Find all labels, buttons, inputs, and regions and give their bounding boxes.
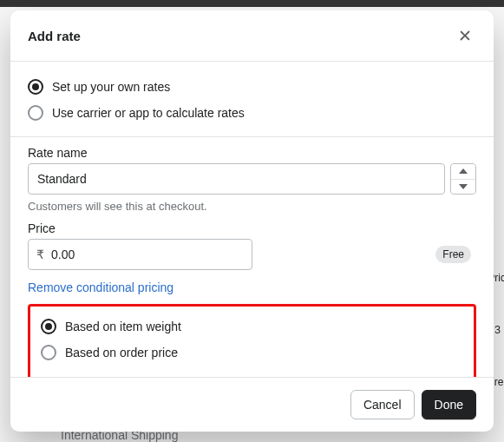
chevron-down-icon bbox=[459, 184, 468, 189]
divider bbox=[10, 136, 494, 137]
currency-symbol: ₹ bbox=[36, 247, 44, 261]
rate-type-carrier-label: Use carrier or app to calculate rates bbox=[52, 106, 245, 120]
remove-conditional-pricing-link[interactable]: Remove conditional pricing bbox=[28, 280, 173, 294]
rate-name-stepper bbox=[450, 163, 476, 195]
rate-type-carrier[interactable]: Use carrier or app to calculate rates bbox=[28, 102, 476, 128]
rate-name-group: Rate name Customers will see this at che… bbox=[28, 146, 476, 213]
rate-type-own-label: Set up your own rates bbox=[52, 80, 170, 94]
radio-icon bbox=[41, 345, 56, 360]
condition-price-label: Based on order price bbox=[65, 346, 178, 360]
chevron-up-icon bbox=[459, 168, 468, 174]
modal-title: Add rate bbox=[28, 29, 81, 43]
top-bar-shadow bbox=[0, 0, 504, 7]
modal-footer: Cancel Done bbox=[10, 377, 494, 432]
condition-weight[interactable]: Based on item weight bbox=[41, 315, 463, 341]
price-label: Price bbox=[28, 221, 476, 235]
price-input[interactable] bbox=[28, 239, 252, 270]
radio-icon bbox=[28, 105, 43, 121]
rate-name-input[interactable] bbox=[28, 163, 445, 195]
rate-name-label: Rate name bbox=[28, 146, 476, 160]
modal-body: Set up your own rates Use carrier or app… bbox=[10, 62, 494, 377]
rate-name-help: Customers will see this at checkout. bbox=[28, 200, 476, 213]
close-icon bbox=[457, 28, 473, 43]
condition-price[interactable]: Based on order price bbox=[41, 341, 463, 367]
radio-icon bbox=[28, 79, 43, 95]
add-rate-modal: Add rate Set up your own rates Use carri… bbox=[10, 10, 494, 432]
close-button[interactable] bbox=[454, 24, 476, 47]
modal-header: Add rate bbox=[10, 10, 494, 61]
done-button[interactable]: Done bbox=[422, 390, 476, 419]
free-badge: Free bbox=[435, 246, 471, 263]
stepper-up-button[interactable] bbox=[451, 164, 475, 180]
cancel-button[interactable]: Cancel bbox=[350, 390, 415, 419]
radio-icon bbox=[41, 319, 56, 334]
price-group: Price ₹ Free bbox=[28, 221, 476, 270]
rate-type-own[interactable]: Set up your own rates bbox=[28, 76, 476, 102]
stepper-down-button[interactable] bbox=[451, 180, 475, 195]
condition-weight-label: Based on item weight bbox=[65, 320, 181, 333]
conditions-section: Based on item weight Based on order pric… bbox=[28, 304, 476, 377]
